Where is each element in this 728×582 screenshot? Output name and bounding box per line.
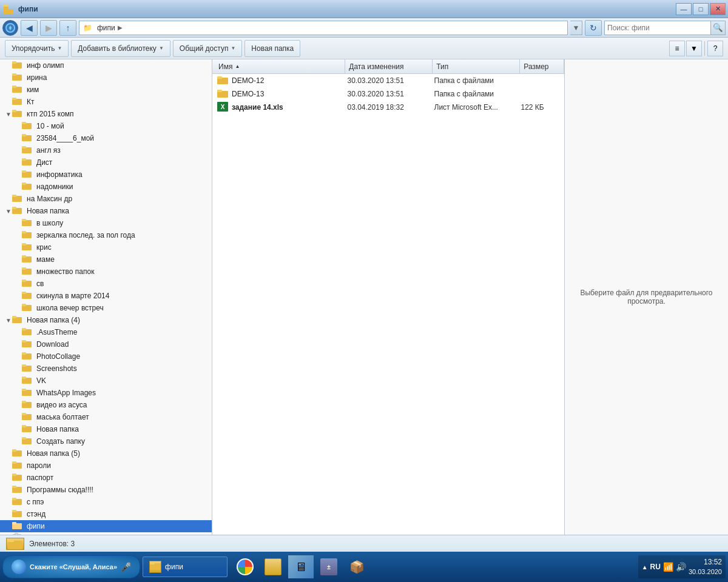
tray-arrow[interactable]: ▲ xyxy=(642,564,648,570)
excel-icon: X xyxy=(217,102,228,113)
tree-item[interactable]: паспорт xyxy=(0,472,212,484)
folder-icon xyxy=(22,388,32,398)
forward-button[interactable]: ▶ xyxy=(40,20,57,36)
tree-item-label: зеркалка послед. за пол года xyxy=(36,231,135,239)
microphone-icon: 🎤 xyxy=(121,562,131,572)
tree-item[interactable]: на Максин др xyxy=(0,193,212,205)
col-header-date[interactable]: Дата изменения xyxy=(345,59,433,73)
help-button[interactable]: ? xyxy=(707,41,723,56)
file-name-text: DEMO-13 xyxy=(232,90,264,98)
tree-item[interactable]: крис xyxy=(0,241,212,253)
tree-item[interactable]: Создать папку xyxy=(0,435,212,447)
tree-item[interactable]: маська болтает xyxy=(0,411,212,423)
file-name-cell: DEMO-13 xyxy=(217,89,348,99)
tree-item[interactable]: ирина xyxy=(0,72,212,84)
up-button[interactable]: ↑ xyxy=(59,20,76,36)
tree-item[interactable]: ▼ Новая папка xyxy=(0,205,212,217)
svg-rect-59 xyxy=(22,389,26,391)
svg-rect-75 xyxy=(12,486,16,488)
tree-item[interactable]: маме xyxy=(0,253,212,266)
tree-item[interactable]: св xyxy=(0,278,212,290)
view-toggle-button[interactable]: ≡ xyxy=(669,41,685,56)
new-folder-label: Новая папка xyxy=(251,44,294,53)
taskbar-explorer-icon[interactable]: 🖥 xyxy=(288,555,314,578)
col-header-name[interactable]: Имя ▲ xyxy=(215,59,345,73)
file-item[interactable]: DEMO-1230.03.2020 13:51Папка с файлами xyxy=(212,74,564,87)
taskbar-clock[interactable]: 13:52 30.03.2020 xyxy=(689,557,722,577)
file-date-cell: 30.03.2020 13:51 xyxy=(348,90,434,98)
tree-item[interactable]: .AsusTheme xyxy=(0,326,212,338)
organize-button[interactable]: Упорядочить ▼ xyxy=(5,40,69,57)
tree-item[interactable]: фипи xyxy=(0,520,212,532)
tree-item[interactable]: Новая папка xyxy=(0,423,212,435)
tree-item[interactable]: с ппэ xyxy=(0,496,212,508)
view-dropdown-button[interactable]: ▼ xyxy=(686,41,702,56)
svg-rect-11 xyxy=(12,98,16,100)
tree-item[interactable]: видео из асуса xyxy=(0,399,212,411)
new-folder-button[interactable]: Новая папка xyxy=(244,40,300,57)
tree-item[interactable]: 10 - мой xyxy=(0,120,212,132)
tree-item[interactable]: в школу xyxy=(0,217,212,229)
taskbar-task-explorer[interactable]: фипи xyxy=(143,557,228,577)
tree-item[interactable]: зеркалка послед. за пол года xyxy=(0,229,212,241)
taskbar-calc-icon[interactable]: ± xyxy=(316,555,342,578)
tree-item[interactable]: инф олимп xyxy=(0,59,212,72)
folder-tree: инф олимп ирина ким Кт▼ ктп 2015 комп 10… xyxy=(0,59,212,535)
search-button[interactable]: 🔍 xyxy=(710,21,725,35)
tree-item[interactable]: Screenshots xyxy=(0,363,212,375)
search-input[interactable] xyxy=(605,21,710,35)
share-button[interactable]: Общий доступ ▼ xyxy=(173,40,243,57)
tree-item[interactable]: WhatsApp Images xyxy=(0,387,212,399)
taskbar-chrome-icon[interactable] xyxy=(232,555,258,578)
tree-item[interactable]: PhotoCollage xyxy=(0,350,212,363)
system-tray: ▲ RU 📶 🔊 13:52 30.03.2020 xyxy=(638,555,726,578)
folder-icon xyxy=(12,97,22,107)
tree-item[interactable]: пароли xyxy=(0,460,212,472)
tree-item[interactable]: ZIP inf_oge_2020_proekt.zip xyxy=(0,532,212,535)
close-button[interactable]: ✕ xyxy=(710,3,726,15)
svg-rect-25 xyxy=(22,182,26,185)
tree-item[interactable]: Новая папка (5) xyxy=(0,447,212,460)
tree-item[interactable]: ким xyxy=(0,84,212,96)
taskbar-folder-app-icon[interactable] xyxy=(260,555,286,578)
add-library-button[interactable]: Добавить в библиотеку ▼ xyxy=(71,40,170,57)
address-path[interactable]: 📁 фипи ▶ xyxy=(79,21,568,35)
tree-item[interactable]: VK xyxy=(0,375,212,387)
tree-item-label: фипи xyxy=(27,522,45,530)
file-name-text: DEMO-12 xyxy=(232,76,264,85)
tree-item[interactable]: скинула в марте 2014 xyxy=(0,290,212,302)
folder-icon xyxy=(12,206,22,216)
svg-rect-73 xyxy=(12,473,16,476)
tree-item[interactable]: Программы сюда!!!! xyxy=(0,484,212,496)
folder-icon xyxy=(22,133,32,143)
address-dropdown[interactable]: ▼ xyxy=(570,21,582,35)
tree-item[interactable]: англ яз xyxy=(0,144,212,156)
minimize-button[interactable]: — xyxy=(676,3,692,15)
volume-icon[interactable]: 🔊 xyxy=(676,562,686,572)
tree-item[interactable]: надомники xyxy=(0,181,212,193)
tree-item[interactable]: ▼ Новая папка (4) xyxy=(0,314,212,326)
refresh-button[interactable]: ↻ xyxy=(585,20,602,36)
col-header-type[interactable]: Тип xyxy=(433,59,520,73)
folder-icon xyxy=(217,76,228,86)
folder-icon xyxy=(12,461,22,470)
tree-item[interactable]: стэнд xyxy=(0,508,212,520)
back-button[interactable]: ◀ xyxy=(21,20,38,36)
tree-item[interactable]: информатика xyxy=(0,169,212,181)
maximize-button[interactable]: □ xyxy=(693,3,709,15)
file-item[interactable]: DEMO-1330.03.2020 13:51Папка с файлами xyxy=(212,87,564,101)
tree-item[interactable]: школа вечер встреч xyxy=(0,302,212,314)
col-header-size[interactable]: Размер xyxy=(520,59,564,73)
tree-item[interactable]: ▼ ктп 2015 комп xyxy=(0,108,212,120)
taskbar-winrar-icon[interactable]: 📦 xyxy=(344,555,369,578)
file-item[interactable]: X задание 14.xls03.04.2019 18:32Лист Mic… xyxy=(212,101,564,114)
tree-item-label: Кт xyxy=(27,98,35,106)
tree-item[interactable]: Кт xyxy=(0,96,212,108)
tree-item[interactable]: 23584____6_мой xyxy=(0,132,212,144)
tree-item[interactable]: множество папок xyxy=(0,266,212,278)
tree-item[interactable]: Дист xyxy=(0,156,212,169)
tree-item[interactable]: Download xyxy=(0,338,212,350)
start-button[interactable]: Скажите «Слушай, Алиса» 🎤 xyxy=(2,555,140,578)
svg-rect-79 xyxy=(12,510,16,512)
taskbar-folder-icon xyxy=(149,561,161,573)
